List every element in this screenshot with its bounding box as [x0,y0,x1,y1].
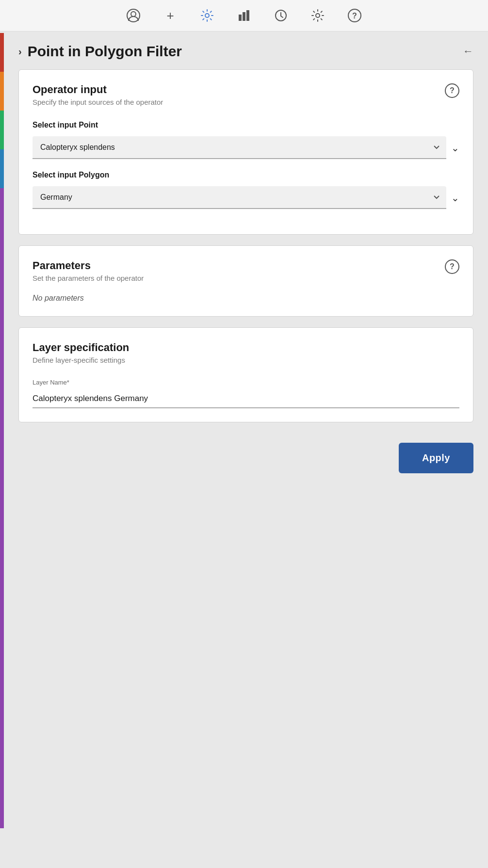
page-title: Point in Polygon Filter [28,43,182,60]
add-icon[interactable]: + [162,7,179,24]
svg-point-1 [131,12,136,16]
svg-rect-3 [239,15,242,21]
layer-spec-header: Layer specification Define layer-specifi… [33,341,459,374]
parameters-title-group: Parameters Set the parameters of the ope… [33,259,144,292]
settings-icon[interactable] [309,7,326,24]
operator-input-header: Operator input Specify the input sources… [33,83,459,116]
svg-rect-5 [246,10,249,21]
parameters-title: Parameters [33,259,144,272]
parameters-header: Parameters Set the parameters of the ope… [33,259,459,292]
main-content: › Point in Polygon Filter ← Operator inp… [4,32,488,498]
accent-strip [0,33,4,828]
breadcrumb-chevron: › [18,46,22,57]
svg-point-2 [205,14,209,17]
apply-button[interactable]: Apply [399,443,473,473]
layer-name-group: Layer Name* [33,379,459,408]
select-polygon-dropdown[interactable]: Germany [33,186,446,209]
no-params-text: No parameters [33,294,459,303]
select-polygon-chevron-icon[interactable]: ⌄ [451,192,459,204]
select-point-wrapper: Calopteryx splendens ⌄ [33,136,459,159]
layer-spec-subtitle: Define layer-specific settings [33,356,129,364]
select-point-label: Select input Point [33,121,459,129]
select-polygon-wrapper: Germany ⌄ [33,186,459,209]
operator-input-card: Operator input Specify the input sources… [18,69,473,235]
layer-specification-card: Layer specification Define layer-specifi… [18,327,473,422]
operator-input-subtitle: Specify the input sources of the operato… [33,98,163,106]
operator-input-title: Operator input [33,83,163,96]
page-header-left: › Point in Polygon Filter [18,43,182,60]
svg-text:?: ? [352,12,357,20]
help-nav-icon[interactable]: ? [346,7,363,24]
operator-input-title-group: Operator input Specify the input sources… [33,83,163,116]
history-icon[interactable] [272,7,290,24]
select-point-dropdown[interactable]: Calopteryx splendens [33,136,446,159]
account-icon[interactable] [125,7,142,24]
chart-icon[interactable] [235,7,253,24]
cog-active-icon[interactable] [198,7,216,24]
select-polygon-label: Select input Polygon [33,171,459,179]
layer-spec-title: Layer specification [33,341,129,354]
operator-input-help-icon[interactable]: ? [445,83,459,98]
parameters-help-icon[interactable]: ? [445,259,459,274]
svg-point-7 [316,14,320,17]
parameters-subtitle: Set the parameters of the operator [33,274,144,282]
top-nav: + ? [0,0,488,32]
page-header: › Point in Polygon Filter ← [18,32,473,69]
apply-button-container: Apply [18,433,473,483]
svg-rect-4 [243,12,245,21]
back-button[interactable]: ← [463,45,473,58]
layer-name-label: Layer Name* [33,379,459,386]
parameters-card: Parameters Set the parameters of the ope… [18,245,473,317]
select-point-chevron-icon[interactable]: ⌄ [451,142,459,154]
layer-name-input[interactable] [33,389,459,408]
layer-spec-title-group: Layer specification Define layer-specifi… [33,341,129,374]
